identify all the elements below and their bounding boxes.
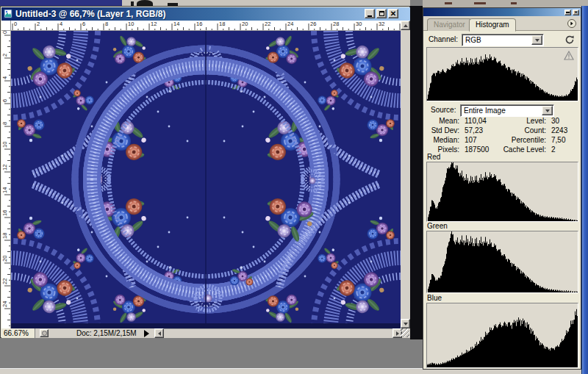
zoom-level-field[interactable]: 66.67% xyxy=(1,328,35,338)
source-dropdown[interactable]: Entire Image xyxy=(460,104,554,117)
panel-close-button[interactable]: × xyxy=(573,10,579,15)
scroll-up-button[interactable] xyxy=(401,21,410,30)
tab-histogram[interactable]: Histogram xyxy=(469,18,516,32)
scrollbar-track[interactable] xyxy=(164,328,392,338)
svg-text:6: 6 xyxy=(1,99,8,102)
stat-value: 187500 xyxy=(465,145,489,154)
statistics-right-column: Level:30Count:2243Percentile:7,50Cache L… xyxy=(500,116,579,154)
svg-text:22: 22 xyxy=(1,278,8,284)
svg-text:24: 24 xyxy=(287,21,293,27)
svg-text:26: 26 xyxy=(310,21,316,27)
minimize-button[interactable] xyxy=(365,9,375,18)
stat-value: 110,04 xyxy=(465,117,487,125)
document-titlebar[interactable]: Untitled-3 @ 66,7% (Layer 1, RGB/8) ✕ xyxy=(1,7,410,21)
refresh-icon[interactable] xyxy=(564,35,575,45)
background-window-fragment xyxy=(423,0,588,7)
red-histogram xyxy=(426,162,578,222)
stat-label: Count: xyxy=(500,126,546,134)
source-label: Source: xyxy=(431,106,456,114)
stat-row: Median:107 xyxy=(426,135,501,145)
svg-text:22: 22 xyxy=(265,21,270,27)
status-icon xyxy=(40,329,49,337)
chevron-down-icon xyxy=(535,39,539,42)
svg-text:8: 8 xyxy=(105,21,108,27)
panel-tabs: Navigator Histogram xyxy=(423,16,581,31)
stat-value: 57,23 xyxy=(465,126,483,134)
source-row: Source: Entire Image xyxy=(423,104,581,117)
svg-text:0: 0 xyxy=(1,31,8,34)
stat-value: 30 xyxy=(551,117,559,125)
channel-value: RGB xyxy=(462,36,531,44)
stat-label: Mean: xyxy=(426,117,459,125)
channel-row: Channel: RGB xyxy=(423,33,581,46)
stat-label: Median: xyxy=(426,136,459,144)
svg-text:18: 18 xyxy=(1,233,8,239)
arrow-right-icon xyxy=(396,331,399,336)
horizontal-ruler: 0246810121416182022242628303234 xyxy=(11,21,401,31)
stat-row: Level:30 xyxy=(500,116,579,126)
rgb-histogram xyxy=(426,47,578,101)
horizontal-scrollbar[interactable] xyxy=(154,328,402,338)
stat-label: Percentile: xyxy=(500,136,546,144)
minimize-icon xyxy=(368,15,372,17)
arrow-up-icon xyxy=(404,24,408,27)
status-menu-arrow-icon[interactable] xyxy=(144,330,149,337)
green-histogram xyxy=(426,231,578,293)
svg-text:8: 8 xyxy=(1,122,8,125)
ruler-corner xyxy=(1,21,11,31)
svg-text:12: 12 xyxy=(1,165,8,170)
svg-text:4: 4 xyxy=(1,76,8,79)
svg-text:2: 2 xyxy=(37,21,40,27)
app-window-edge xyxy=(581,6,588,374)
scroll-left-button[interactable] xyxy=(154,328,164,338)
svg-text:12: 12 xyxy=(151,21,157,27)
document-icon xyxy=(4,10,12,18)
panel-titlebar[interactable]: × xyxy=(423,8,581,16)
arrow-left-icon xyxy=(158,331,161,336)
document-title: Untitled-3 @ 66,7% (Layer 1, RGB/8) xyxy=(15,9,165,19)
histogram-panel: × Navigator Histogram Channel: RGB xyxy=(423,7,581,370)
stat-row: Percentile:7,50 xyxy=(500,135,579,145)
photoshop-workspace: Untitled-3 @ 66,7% (Layer 1, RGB/8) ✕ 02… xyxy=(0,0,588,374)
vertical-scrollbar[interactable] xyxy=(401,21,410,328)
chevron-down-icon xyxy=(545,109,550,112)
stat-value: 2 xyxy=(551,145,556,154)
doc-size-info: Doc: 2,15M/2,15M xyxy=(76,329,137,337)
svg-text:16: 16 xyxy=(1,210,8,216)
channel-dropdown[interactable]: RGB xyxy=(462,34,544,46)
canvas-image[interactable] xyxy=(11,31,401,328)
document-window: Untitled-3 @ 66,7% (Layer 1, RGB/8) ✕ 02… xyxy=(0,6,410,338)
svg-text:10: 10 xyxy=(1,142,8,148)
vertical-ruler: 024681012141618202224 xyxy=(1,31,11,328)
window-resize-grip[interactable] xyxy=(401,328,409,337)
shawl-fabric-image xyxy=(11,31,401,328)
tab-navigator[interactable]: Navigator xyxy=(427,18,472,31)
panel-menu-button[interactable] xyxy=(567,19,576,28)
stat-value: 7,50 xyxy=(551,136,565,144)
maximize-icon xyxy=(379,11,384,16)
svg-text:28: 28 xyxy=(333,21,339,27)
svg-text:18: 18 xyxy=(219,21,225,27)
svg-text:20: 20 xyxy=(242,21,248,27)
svg-text:14: 14 xyxy=(1,187,8,193)
svg-text:32: 32 xyxy=(379,21,384,27)
source-value: Entire Image xyxy=(461,107,541,115)
blue-histogram xyxy=(426,303,578,368)
maximize-button[interactable] xyxy=(376,9,387,18)
svg-text:10: 10 xyxy=(128,21,134,27)
stat-row: Std Dev:57,23 xyxy=(426,126,501,135)
close-button[interactable]: ✕ xyxy=(388,9,398,18)
svg-text:20: 20 xyxy=(1,256,8,262)
document-statusbar: 66.67% Doc: 2,15M/2,15M xyxy=(1,328,410,338)
workspace-gap xyxy=(410,6,423,339)
channel-label: Channel: xyxy=(429,35,458,43)
dropdown-button[interactable] xyxy=(531,35,542,45)
close-icon: × xyxy=(574,10,578,15)
arrow-down-icon xyxy=(404,323,408,326)
stat-row: Count:2243 xyxy=(500,126,579,135)
dropdown-button[interactable] xyxy=(542,106,553,115)
scroll-down-button[interactable] xyxy=(401,319,410,328)
cached-data-warning-icon[interactable] xyxy=(564,51,574,60)
stat-label: Level: xyxy=(500,117,546,125)
panel-minimize-button[interactable] xyxy=(564,10,571,15)
